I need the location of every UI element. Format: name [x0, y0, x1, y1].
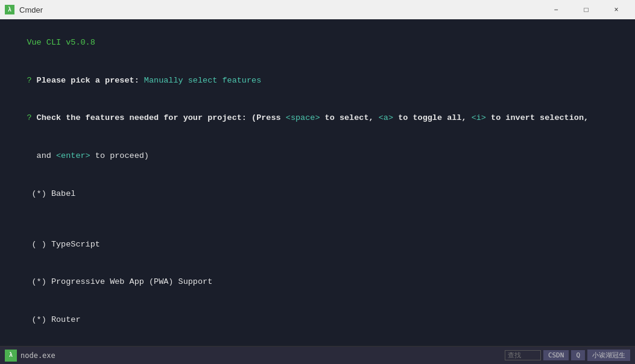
and-enter-line: and <enter> to proceed) — [7, 137, 628, 175]
status-bar: λ node.exe CSDN Q 小诶湖冠生 — [0, 346, 635, 364]
process-name: node.exe — [21, 351, 505, 360]
minimize-button[interactable]: − — [542, 0, 570, 19]
router-text: (*) Router — [27, 315, 80, 324]
manually-select-text: Manually select features — [144, 76, 261, 85]
typescript-text: ( ) TypeScript — [27, 240, 100, 249]
babel-line: (*) Babel — [7, 175, 628, 226]
extra-button[interactable]: 小诶湖冠生 — [587, 350, 630, 361]
babel-text: (*) Babel — [27, 189, 75, 198]
pick-preset-line: ? Please pick a preset: Manually select … — [7, 62, 628, 100]
pwa-text: (*) Progressive Web App (PWA) Support — [27, 277, 212, 286]
status-icon: λ — [5, 350, 17, 362]
typescript-line: ( ) TypeScript — [7, 226, 628, 264]
invert-text: to invert selection, — [486, 113, 589, 122]
vue-version-line: Vue CLI v5.0.8 — [7, 24, 628, 62]
to-select-text: to select, — [320, 113, 379, 122]
csdn-button[interactable]: CSDN — [543, 350, 569, 360]
enter-key: <enter> — [56, 151, 90, 160]
close-button[interactable]: × — [602, 0, 630, 19]
status-right-area: CSDN Q 小诶湖冠生 — [505, 350, 630, 361]
search-input[interactable] — [505, 350, 541, 360]
maximize-button[interactable]: □ — [572, 0, 600, 19]
title-bar: λ Cmder − □ × — [0, 0, 635, 19]
i-key: <i> — [472, 113, 486, 122]
check-features-text: Check the features needed for your proje… — [37, 113, 286, 122]
pwa-line: (*) Progressive Web App (PWA) Support — [7, 264, 628, 302]
window-title: Cmder — [19, 5, 542, 14]
toggle-all-text: to toggle all, — [393, 113, 472, 122]
app-icon: λ — [5, 5, 14, 14]
space-key: <space> — [286, 113, 320, 122]
window-controls: − □ × — [542, 0, 630, 19]
q-button[interactable]: Q — [571, 350, 585, 360]
router-line: (*) Router — [7, 301, 628, 339]
to-proceed-text: to proceed) — [90, 151, 149, 160]
prompt-mark-2: ? — [27, 113, 36, 122]
pick-preset-label: Please pick a preset: — [37, 76, 144, 85]
vuex-line: ( ) Vuex — [7, 339, 628, 346]
and-text: and — [27, 151, 56, 160]
vue-version-text: Vue CLI v5.0.8 — [27, 38, 95, 47]
terminal-area: Vue CLI v5.0.8 ? Please pick a preset: M… — [0, 19, 635, 346]
prompt-mark-1: ? — [27, 76, 36, 85]
a-key: <a> — [379, 113, 393, 122]
check-features-line: ? Check the features needed for your pro… — [7, 100, 628, 138]
